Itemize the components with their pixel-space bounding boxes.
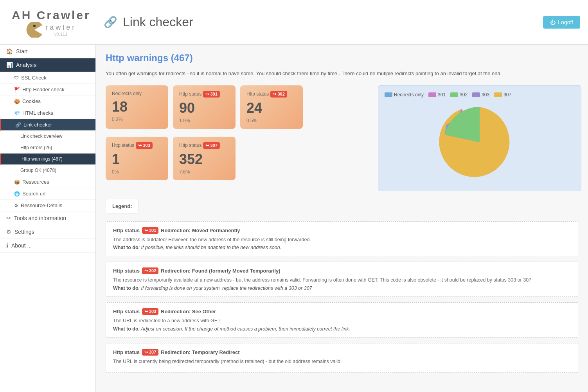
link-checker-icon: 🔗 [104, 16, 117, 29]
info-label-prefix-307: Http status [113, 349, 140, 355]
page-title: Http warnings (467) [106, 52, 578, 63]
sidebar-label-about: About ... [11, 242, 32, 249]
info-text-307: The URL is currently being redirected te… [113, 358, 571, 365]
pie-chart [429, 103, 530, 181]
sidebar-label-http-errors: Http errors (26) [20, 145, 52, 150]
sidebar-label-analysis: Analysis [16, 62, 36, 68]
stat-percent-307: 7.6% [179, 169, 229, 175]
sidebar-item-settings[interactable]: ⚙ Settings [0, 225, 95, 239]
stat-card-303[interactable]: Http status ↪ 303 1 0% [106, 137, 168, 180]
info-section-301: Http status ↪ 301 Redirection: Moved Per… [106, 221, 578, 257]
legend-item-301: 301 [428, 92, 446, 98]
legend-item-307: 307 [494, 92, 511, 98]
sidebar-label-search-url: Search url [22, 191, 45, 197]
stat-badge-307: ↪ 307 [203, 142, 219, 149]
legend-item-302: 302 [450, 92, 468, 98]
sidebar-item-start[interactable]: 🏠 Start [0, 45, 95, 58]
stat-value-302: 24 [246, 100, 297, 116]
stat-card-header-redirects: Redirects only [112, 91, 162, 96]
sidebar-label-cookies: Cookies [22, 98, 41, 104]
info-text-301: The address is outdated! However, the ne… [113, 236, 571, 244]
sidebar-item-link-overview[interactable]: Link check overview [0, 131, 95, 142]
stat-percent-301: 1.9% [179, 118, 229, 123]
stats-area: Redirects only 18 0.3% Http status ↪ 301… [106, 85, 370, 188]
sidebar-item-about[interactable]: ℹ About ... [0, 239, 95, 253]
chart-container: Redirects only 301 302 303 [378, 85, 581, 191]
legend-item-303: 303 [472, 92, 489, 98]
pacman-icon [26, 22, 43, 38]
home-icon: 🏠 [6, 48, 13, 54]
stat-badge-302: ↪ 302 [270, 91, 287, 98]
legend-color-307 [494, 92, 502, 97]
sidebar-item-http-errors[interactable]: Http errors (26) [0, 142, 95, 154]
sidebar-item-ressources[interactable]: 📦 Ressources [0, 176, 95, 188]
info-label-prefix-302: Http status [113, 268, 140, 274]
stat-value-301: 90 [179, 100, 229, 116]
sidebar-item-html-checks[interactable]: 💎 HTML checks [0, 107, 95, 119]
info-what-302: What to do: If forwarding is done on you… [113, 285, 571, 291]
sidebar-item-search-url[interactable]: 🌐 Search url [0, 188, 95, 200]
box-icon: 📦 [14, 179, 20, 185]
sidebar-item-group-ok[interactable]: Group OK (4078) [0, 165, 95, 176]
sidebar-label-ssl: SSL Check [21, 75, 47, 81]
legend-box-title: Legend: [112, 203, 132, 209]
legend-color-301 [428, 92, 436, 97]
stat-label-303: Http status [112, 143, 134, 148]
stat-label-302: Http status [246, 91, 269, 97]
sidebar-label-html-checks: HTML checks [22, 110, 53, 116]
stat-card-302[interactable]: Http status ↪ 302 24 0.5% [240, 85, 303, 129]
info-title-302: Http status ↪ 302 Redirection: Found (fo… [113, 267, 571, 274]
stat-label-301: Http status [179, 91, 201, 97]
legend-label-301: 301 [438, 92, 446, 98]
chart-legend: Redirects only 301 302 303 [385, 92, 575, 98]
globe-icon: 🌐 [14, 191, 20, 197]
legend-color-303 [472, 92, 480, 97]
info-title-text-307: Redirection: Temporary Redirect [161, 349, 239, 355]
stat-badge-303: ↪ 303 [136, 142, 152, 149]
stat-value-redirects: 18 [112, 99, 162, 115]
info-title-text-302: Redirection: Found (formerly Moved Tempo… [161, 268, 280, 274]
stat-card-redirects[interactable]: Redirects only 18 0.3% [106, 85, 168, 129]
sidebar-item-ssl[interactable]: 🛡 SSL Check [0, 72, 95, 84]
sidebar-label-settings: Settings [14, 229, 34, 235]
stat-badge-301: ↪ 301 [203, 91, 219, 98]
legend-box: Legend: [106, 199, 139, 213]
app-header: AH Crawler rawler v0.111 🔗 Link checker … [0, 0, 588, 45]
logoff-label: Logoff [558, 19, 573, 25]
logoff-button[interactable]: ⏻ Logoff [543, 16, 580, 29]
stat-card-307[interactable]: Http status ↪ 307 352 7.6% [173, 137, 236, 180]
stat-card-header-301: Http status ↪ 301 [179, 91, 229, 98]
info-label-prefix-301: Http status [113, 228, 140, 233]
stat-card-header-307: Http status ↪ 307 [179, 142, 229, 149]
header-title-area: 🔗 Link checker [104, 15, 543, 29]
stat-label-307: Http status [179, 143, 201, 148]
info-badge-307: ↪ 307 [142, 349, 158, 356]
sidebar-item-cookies[interactable]: 🍪 Cookies [0, 96, 95, 107]
logo-area: AH Crawler rawler v0.111 [8, 3, 104, 41]
stat-card-301[interactable]: Http status ↪ 301 90 1.9% [173, 85, 236, 129]
cookie-icon: 🍪 [14, 99, 20, 104]
info-title-text-303: Redirection: See Other [161, 309, 216, 314]
gear-icon-sidebar: ⚙ [14, 203, 18, 208]
ah-logo: AH Crawler rawler v0.111 [8, 3, 95, 41]
chart-icon: 📊 [6, 62, 13, 68]
sidebar-label-link-checker: Link checker [23, 122, 52, 128]
stat-value-307: 352 [179, 151, 229, 168]
stat-card-header-303: Http status ↪ 303 [112, 142, 162, 149]
sidebar-item-analysis[interactable]: 📊 Analysis [0, 58, 95, 72]
power-icon: ⏻ [550, 19, 556, 25]
sidebar-label-group-ok: Group OK (4078) [20, 168, 56, 173]
svg-point-0 [33, 25, 36, 27]
sidebar-item-http-warnings[interactable]: Http warnings (467) [0, 154, 95, 165]
stats-chart-section: Redirects only 18 0.3% Http status ↪ 301… [106, 85, 578, 191]
sidebar-item-ressource-details[interactable]: ⚙ Ressource-Details [0, 200, 95, 211]
info-badge-301: ↪ 301 [142, 227, 158, 234]
info-what-301: What to do: If possible, the links shoul… [113, 245, 571, 250]
stat-value-303: 1 [112, 151, 162, 168]
info-title-303: Http status ↪ 303 Redirection: See Other [113, 308, 571, 315]
sidebar-item-tools[interactable]: ✂ Tools and information [0, 211, 95, 225]
sidebar-item-http-header[interactable]: 🚩 Http Header check [0, 84, 95, 96]
legend-label-303: 303 [482, 92, 489, 98]
info-what-303: What to do: Adjust on occasion. If the c… [113, 326, 571, 332]
sidebar-item-link-checker[interactable]: 🔗 Link checker [0, 119, 95, 131]
